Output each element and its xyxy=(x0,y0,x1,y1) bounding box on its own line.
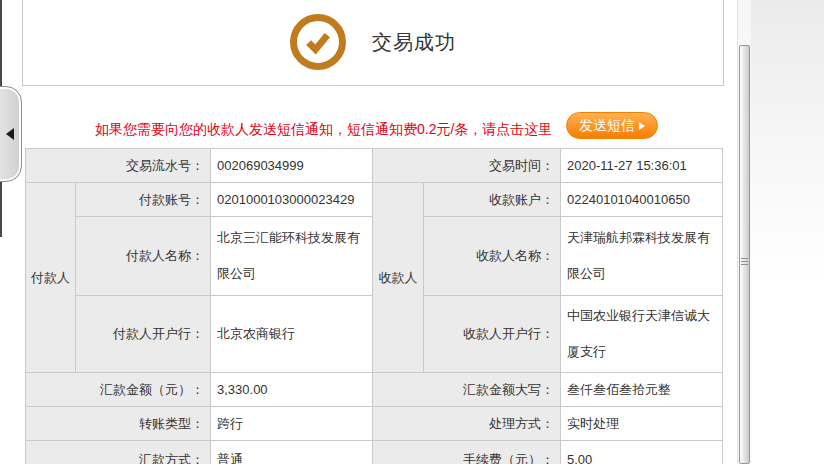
remit-mode-value: 普通 xyxy=(211,441,373,464)
time-value: 2020-11-27 15:36:01 xyxy=(561,149,723,183)
payee-name-value: 天津瑞航邦霖科技发展有限公司 xyxy=(561,217,723,296)
vertical-scrollbar[interactable] xyxy=(737,0,751,464)
fee-label: 手续费（元）： xyxy=(373,441,561,464)
payee-bank-value: 中国农业银行天津信诚大厦支行 xyxy=(561,296,723,373)
payee-name-label: 收款人名称： xyxy=(424,217,561,296)
table-row: 汇款金额（元）： 3,330.00 汇款金额大写： 叁仟叁佰叁拾元整 xyxy=(26,373,723,407)
transfer-type-label: 转账类型： xyxy=(26,407,211,441)
payee-bank-label: 收款人开户行： xyxy=(424,296,561,373)
amount-label: 汇款金额（元）： xyxy=(26,373,211,407)
page-background-gutter xyxy=(751,0,824,464)
payer-name-value: 北京三汇能环科技发展有限公司 xyxy=(211,217,373,296)
transfer-success-page: { "success": { "title": "交易成功" }, "sms_n… xyxy=(0,0,824,464)
amount-value: 3,330.00 xyxy=(211,373,373,407)
scrollbar-thumb[interactable] xyxy=(739,45,750,464)
payee-group-label: 收款人 xyxy=(373,183,424,373)
send-sms-label: 发送短信 xyxy=(579,117,635,135)
table-row: 汇款方式： 普通 手续费（元）： 5.00 xyxy=(26,441,723,464)
collapse-arrow-icon xyxy=(6,128,14,140)
remit-mode-label: 汇款方式： xyxy=(26,441,211,464)
send-sms-button[interactable]: 发送短信 xyxy=(566,112,658,139)
payer-name-label: 付款人名称： xyxy=(76,217,211,296)
payer-account-label: 付款账号： xyxy=(76,183,211,217)
serial-label: 交易流水号： xyxy=(26,149,211,183)
success-panel: 交易成功 xyxy=(22,0,724,86)
amount-caps-label: 汇款金额大写： xyxy=(373,373,561,407)
success-check-icon xyxy=(290,14,346,70)
time-label: 交易时间： xyxy=(373,149,561,183)
table-row: 付款人 付款账号： 0201000103000023429 收款人 收款账户： … xyxy=(26,183,723,217)
fee-value: 5.00 xyxy=(561,441,723,464)
serial-value: 002069034999 xyxy=(211,149,373,183)
payee-account-label: 收款账户： xyxy=(424,183,561,217)
transaction-table: 交易流水号： 002069034999 交易时间： 2020-11-27 15:… xyxy=(25,148,723,464)
table-row: 转账类型： 跨行 处理方式： 实时处理 xyxy=(26,407,723,441)
scrollbar-grip-icon xyxy=(741,258,748,267)
process-mode-label: 处理方式： xyxy=(373,407,561,441)
payer-account-value: 0201000103000023429 xyxy=(211,183,373,217)
transfer-type-value: 跨行 xyxy=(211,407,373,441)
payee-account-value: 02240101040010650 xyxy=(561,183,723,217)
payer-bank-label: 付款人开户行： xyxy=(76,296,211,373)
success-title: 交易成功 xyxy=(372,29,456,56)
sms-notice-text: 如果您需要向您的收款人发送短信通知，短信通知费0.2元/条，请点击这里 xyxy=(95,121,552,139)
amount-caps-value: 叁仟叁佰叁拾元整 xyxy=(561,373,723,407)
payer-group-label: 付款人 xyxy=(26,183,76,373)
table-row: 交易流水号： 002069034999 交易时间： 2020-11-27 15:… xyxy=(26,149,723,183)
play-icon xyxy=(639,122,645,130)
process-mode-value: 实时处理 xyxy=(561,407,723,441)
side-panel-tab[interactable] xyxy=(0,86,22,182)
payer-bank-value: 北京农商银行 xyxy=(211,296,373,373)
